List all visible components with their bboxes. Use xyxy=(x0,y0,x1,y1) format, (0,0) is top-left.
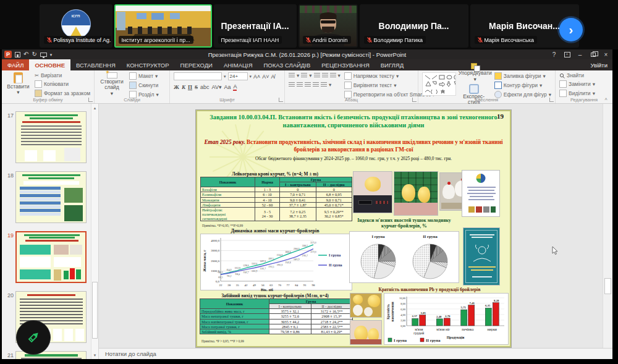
slideshow-icon[interactable] xyxy=(40,53,47,57)
replace-button[interactable]: Замінити ▾ xyxy=(559,80,595,88)
vertical-scrollbar-thumb[interactable] xyxy=(604,278,611,294)
tab-основне[interactable]: ОСНОВНЕ xyxy=(29,59,70,70)
slide-thumbnail-18[interactable]: 18 xyxy=(2,171,98,226)
format-painter-button[interactable]: Формат за зразком xyxy=(35,90,90,97)
redo-icon[interactable]: ↻ xyxy=(32,51,36,57)
slide-stage-line[interactable]: Етап 2025 року. Встановити продуктивніст… xyxy=(200,139,507,153)
justify-icon[interactable] xyxy=(313,82,319,87)
cut-button[interactable]: ✂Вирізати xyxy=(35,72,90,78)
font-size-input[interactable]: 24+ xyxy=(228,72,248,80)
slide-title[interactable]: Завдання 10.00.03.04.П. Встановити якіст… xyxy=(206,113,501,129)
align-center-icon[interactable] xyxy=(297,82,303,87)
align-left-icon[interactable] xyxy=(289,82,295,87)
collapse-ribbon-button[interactable]: ˄ xyxy=(604,96,607,102)
slaughter-table[interactable]: ПоказникГрупаІ - контрольнаІІ - дослідна… xyxy=(200,298,353,334)
arrange-button[interactable]: Упорядкувати▾ xyxy=(460,63,491,82)
slide-canvas[interactable]: 19 Завдання 10.00.03.04.П. Встановити як… xyxy=(196,110,511,347)
increase-indent-icon[interactable] xyxy=(322,73,328,78)
clipboard-dialog-launcher[interactable] xyxy=(88,98,93,102)
shadow-button[interactable]: abc xyxy=(200,84,210,90)
help-button[interactable]: ? xyxy=(548,49,561,59)
align-right-icon[interactable] xyxy=(305,82,311,87)
select-button[interactable]: Виділити ▾ xyxy=(559,90,595,97)
participant-tile[interactable]: Andrii Doronin xyxy=(298,4,358,48)
photo-chicks-and-eggs[interactable] xyxy=(350,293,382,318)
drawing-dialog-launcher[interactable] xyxy=(549,98,554,102)
copy-button[interactable]: Копіювати xyxy=(35,80,90,88)
reset-button[interactable]: Скинути xyxy=(129,82,159,89)
numbering-icon[interactable] xyxy=(301,73,307,78)
tab-конструктор[interactable]: КОНСТРУКТОР xyxy=(121,59,175,70)
svg-text:ІІ група: ІІ група xyxy=(423,234,438,239)
close-button[interactable]: × xyxy=(599,49,612,59)
paragraph-dialog-launcher[interactable] xyxy=(412,98,417,102)
line-spacing-icon[interactable] xyxy=(330,73,336,78)
thumbnail-image[interactable] xyxy=(15,171,87,223)
tab-показ-слайдів[interactable]: ПОКАЗ СЛАЙДІВ xyxy=(258,59,316,70)
shapes-gallery[interactable] xyxy=(422,72,456,96)
thumbnail-image[interactable] xyxy=(15,111,87,163)
participant-tile[interactable]: Володимир Па...Володимир Патика xyxy=(360,4,468,48)
poster-document[interactable] xyxy=(462,170,500,217)
restore-button[interactable] xyxy=(586,49,599,59)
vertical-scrollbar[interactable] xyxy=(603,104,612,348)
ribbon-options-button[interactable]: ˄ xyxy=(561,49,574,59)
tab-файл[interactable]: ФАЙЛ xyxy=(2,59,29,70)
slide-thumbnail-21[interactable]: 21 xyxy=(2,351,98,359)
change-case-button[interactable]: Aa xyxy=(224,84,231,90)
bullets-icon[interactable] xyxy=(289,73,295,78)
participant-tile[interactable]: Презентації ІА...Презентації ІАП НААН xyxy=(214,4,297,48)
font-dialog-launcher[interactable] xyxy=(279,98,283,102)
svg-text:І група: І група xyxy=(372,234,386,239)
save-icon[interactable] xyxy=(15,52,20,57)
font-color-button[interactable]: A xyxy=(233,83,237,91)
pie-charts[interactable]: І групаІІ група xyxy=(349,231,459,283)
participant-tile[interactable]: Інститут агроекології і пр... xyxy=(114,4,212,48)
character-spacing-button[interactable]: AV▾ xyxy=(212,84,222,90)
photo-chick-on-scale[interactable] xyxy=(353,171,392,213)
columns-icon[interactable] xyxy=(321,82,327,87)
decrease-indent-icon[interactable] xyxy=(314,73,320,78)
paste-button[interactable]: Вставити▾ xyxy=(6,72,31,96)
tab-рецензування[interactable]: РЕЦЕНЗУВАННЯ xyxy=(316,59,375,70)
notes-bar[interactable]: Нотатки до слайда xyxy=(99,348,612,359)
svg-text:8,00: 8,00 xyxy=(400,302,405,306)
photo-two-chicks[interactable] xyxy=(394,171,438,216)
italic-button[interactable]: К xyxy=(182,84,185,90)
layout-button[interactable]: Макет ▾ xyxy=(129,72,159,80)
strikethrough-button[interactable]: S xyxy=(195,84,198,90)
powerpoint-logo-icon[interactable]: P xyxy=(4,51,12,58)
pb-bar-chart[interactable]: 0,002,004,006,008,0010,002,573,85м'язигр… xyxy=(384,293,509,345)
thumbnail-preview-detail xyxy=(54,257,81,267)
minimize-button[interactable]: – xyxy=(574,49,586,59)
tab-анімація[interactable]: АНІМАЦІЯ xyxy=(218,59,258,70)
tab-переходи[interactable]: ПЕРЕХОДИ xyxy=(175,59,218,70)
shrink-font-button[interactable]: A˅ xyxy=(262,74,269,80)
annotation-pencil-button[interactable] xyxy=(16,320,51,355)
find-button[interactable]: Знайти xyxy=(559,72,595,78)
book-cover[interactable] xyxy=(463,227,500,286)
font-name-input[interactable] xyxy=(174,72,222,80)
bold-button[interactable]: Ж xyxy=(174,84,179,90)
underline-button[interactable]: П xyxy=(188,84,192,90)
slide-thumbnail-17[interactable]: 17 xyxy=(2,111,98,166)
sign-in-link[interactable]: Увійти xyxy=(590,59,607,70)
undo-icon[interactable]: ↶ xyxy=(23,51,28,57)
slide-thumbnail-19[interactable]: 19 xyxy=(2,231,98,286)
tab-вставлення[interactable]: ВСТАВЛЕННЯ xyxy=(70,59,121,70)
grow-font-button[interactable]: A˄ xyxy=(253,74,260,80)
mass-chart[interactable]: 0,01000,02000,03000,04000,02228354249566… xyxy=(200,234,352,290)
leukogram-table[interactable]: ПоказникНормаГрупаІ – контрольнаІІ – дос… xyxy=(200,177,352,221)
qat-dropdown-icon[interactable]: ▾ xyxy=(50,53,53,57)
thumbnail-image[interactable] xyxy=(15,231,87,283)
shape-fill-button[interactable]: Заливка фігури ▾ xyxy=(494,72,551,80)
shape-outline-button[interactable]: Контур фігури ▾ xyxy=(494,82,551,89)
next-participants-button[interactable]: › xyxy=(559,18,583,41)
new-slide-button[interactable]: Створити слайд▾ xyxy=(98,72,125,96)
tab-вигляд[interactable]: ВИГЛЯД xyxy=(375,59,409,70)
funding-line[interactable]: Обсяг бюджетного фінансування у 2024-202… xyxy=(200,156,507,161)
participant-tile[interactable]: ІСГПPolissya Institute of Ag... xyxy=(40,4,112,48)
svg-text:2,48: 2,48 xyxy=(436,315,442,318)
clear-formatting-button[interactable]: A̸ xyxy=(271,74,275,80)
photo-yellow-chicks[interactable] xyxy=(350,320,382,345)
